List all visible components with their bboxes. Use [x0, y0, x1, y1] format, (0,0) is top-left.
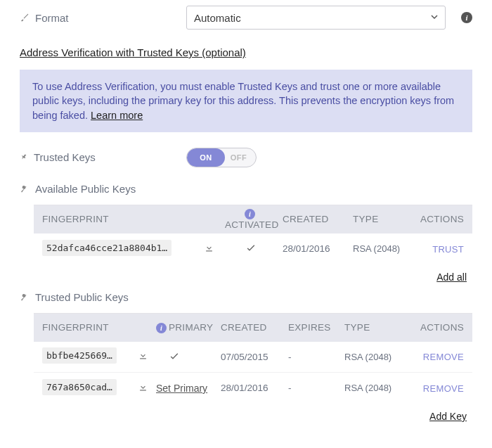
format-selected: Automatic	[194, 12, 241, 24]
available-keys-heading-wrap: Available Public Keys	[20, 183, 472, 195]
trusted-keys-label-wrap: Trusted Keys	[20, 151, 178, 163]
trusted-keys-toggle[interactable]: ON OFF	[186, 148, 257, 167]
toggle-on: ON	[187, 148, 225, 167]
col-actions: ACTIONS	[402, 322, 467, 333]
remove-button[interactable]: REMOVE	[423, 352, 464, 362]
check-icon	[156, 350, 180, 364]
table-head: FINGERPRINT iPRIMARY CREATED EXPIRES TYP…	[34, 314, 472, 342]
expires-value: -	[285, 383, 342, 393]
info-icon[interactable]: i	[461, 12, 472, 23]
col-created: CREATED	[280, 214, 350, 224]
format-label-wrap: Format	[20, 12, 178, 24]
fingerprint-value: 52dafca46cce21a8804b1…	[42, 240, 171, 256]
table-row: bbfbe425669… 07/05/2015 - RSA (2048) REM…	[34, 342, 472, 373]
available-footer: Add all	[20, 264, 472, 286]
trusted-keys-heading-wrap: Trusted Public Keys	[20, 291, 472, 303]
table-head: FINGERPRINT iACTIVATED CREATED TYPE ACTI…	[34, 205, 472, 233]
learn-more-link[interactable]: Learn more	[91, 110, 143, 121]
download-icon[interactable]	[204, 244, 214, 255]
col-fingerprint: FINGERPRINT	[39, 322, 135, 333]
fingerprint-value: bbfbe425669…	[42, 347, 117, 364]
available-keys-table: FINGERPRINT iACTIVATED CREATED TYPE ACTI…	[34, 205, 472, 264]
add-key-link[interactable]: Add Key	[429, 411, 467, 422]
table-row: 52dafca46cce21a8804b1… 28/01/2016 RSA (2…	[34, 233, 472, 264]
trusted-keys-row: Trusted Keys ON OFF	[20, 148, 472, 167]
key-icon	[20, 292, 30, 302]
check-icon	[245, 244, 257, 255]
format-select[interactable]: Automatic	[186, 6, 446, 30]
add-all-link[interactable]: Add all	[436, 271, 467, 283]
fingerprint-value: 767a8650cad…	[42, 379, 117, 395]
trusted-keys-heading: Trusted Public Keys	[35, 291, 129, 303]
col-expires: EXPIRES	[285, 322, 342, 333]
format-row: Format Automatic i	[20, 6, 472, 30]
download-icon[interactable]	[138, 352, 148, 363]
type-value: RSA (2048)	[342, 352, 402, 362]
alert-box: To use Address Verification, you must en…	[20, 70, 472, 132]
pin-icon	[20, 153, 28, 162]
brush-icon	[20, 13, 30, 23]
download-icon[interactable]	[138, 383, 148, 395]
table-row: 767a8650cad… Set Primary 28/01/2016 - RS…	[34, 373, 472, 404]
chevron-down-icon	[431, 13, 438, 23]
trusted-footer: Add Key	[20, 404, 472, 425]
created-value: 28/01/2016	[280, 243, 350, 254]
col-type: TYPE	[342, 322, 402, 333]
trusted-keys-table: FINGERPRINT iPRIMARY CREATED EXPIRES TYP…	[34, 313, 472, 404]
set-primary-link[interactable]: Set Primary	[156, 383, 207, 394]
available-keys-heading: Available Public Keys	[35, 183, 136, 195]
created-value: 28/01/2016	[218, 383, 285, 393]
info-icon[interactable]: i	[156, 323, 167, 333]
col-type: TYPE	[350, 214, 413, 224]
remove-button[interactable]: REMOVE	[423, 383, 464, 394]
type-value: RSA (2048)	[350, 243, 413, 254]
format-label: Format	[35, 12, 69, 24]
col-created: CREATED	[218, 322, 285, 333]
type-value: RSA (2048)	[342, 383, 402, 393]
address-verification-heading[interactable]: Address Verification with Trusted Keys (…	[20, 46, 246, 58]
col-fingerprint: FINGERPRINT	[39, 214, 201, 224]
created-value: 07/05/2015	[218, 352, 285, 362]
info-icon[interactable]: i	[245, 209, 255, 219]
toggle-off: OFF	[221, 153, 256, 162]
trusted-keys-label: Trusted Keys	[34, 151, 96, 163]
col-actions: ACTIONS	[413, 214, 467, 224]
col-activated: iACTIVATED	[222, 208, 280, 230]
key-icon	[20, 184, 30, 193]
trust-button[interactable]: TRUST	[432, 244, 464, 255]
expires-value: -	[285, 352, 342, 362]
col-primary: iPRIMARY	[153, 322, 218, 333]
